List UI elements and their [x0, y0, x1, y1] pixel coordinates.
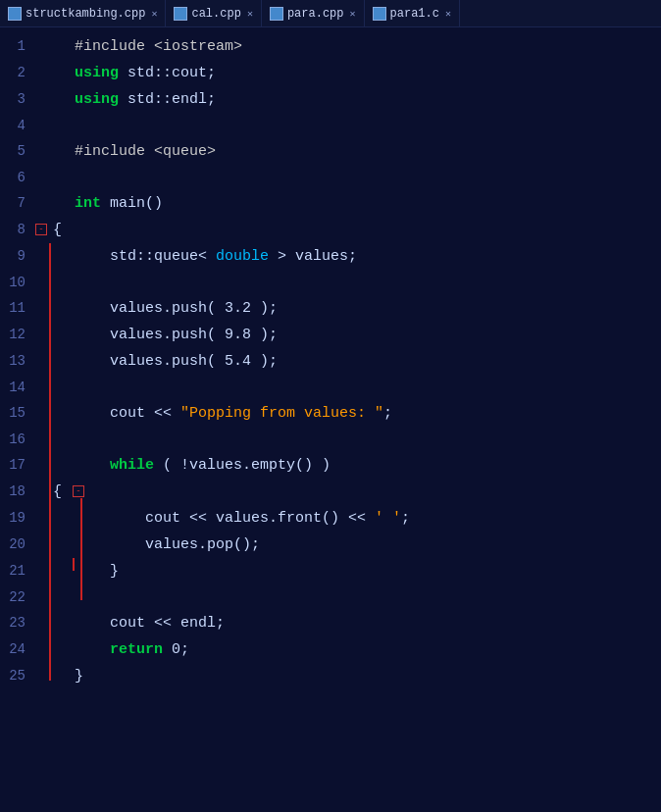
code-line: 16 [0, 427, 661, 452]
tab-close[interactable]: ✕ [350, 8, 356, 20]
code-line: 2 using std::cout; [0, 60, 661, 86]
tab-icon [373, 7, 386, 21]
code-line: 19 cout << values.front() << ' '; [0, 505, 661, 532]
tab-cal[interactable]: cal.cpp ✕ [166, 0, 261, 26]
code-line: 15 cout << "Popping from values: "; [0, 400, 661, 427]
code-line: 25 } [0, 663, 661, 689]
code-line: 18 - { [0, 479, 661, 505]
tab-bar: structkambing.cpp ✕ cal.cpp ✕ para.cpp ✕… [0, 0, 661, 27]
tab-icon [8, 7, 22, 21]
tab-icon [174, 7, 187, 21]
fold-marker-8[interactable]: - [35, 224, 47, 235]
code-line: 12 values.push( 9.8 ); [0, 322, 661, 348]
code-line: 5 #include <queue> [0, 138, 661, 165]
tab-para[interactable]: para.cpp ✕ [262, 0, 365, 26]
code-line: 8 - { [0, 217, 661, 243]
code-line: 20 values.pop(); [0, 532, 661, 558]
tab-close[interactable]: ✕ [247, 8, 253, 20]
code-line: 23 cout << endl; [0, 610, 661, 636]
code-line: 4 [0, 113, 661, 138]
code-line: 21 } [0, 558, 661, 584]
code-line: 7 int main() [0, 190, 661, 217]
code-line: 24 return 0; [0, 636, 661, 663]
tab-label: cal.cpp [191, 7, 240, 21]
tab-structkambing[interactable]: structkambing.cpp ✕ [0, 0, 166, 26]
tab-label: para.cpp [287, 7, 344, 21]
code-line: 9 std::queue< double > values; [0, 243, 661, 270]
tab-para1[interactable]: para1.c ✕ [365, 0, 460, 26]
code-line: 3 using std::endl; [0, 86, 661, 113]
code-line: 1 #include <iostream> [0, 33, 661, 60]
code-line: 17 while ( !values.empty() ) [0, 452, 661, 479]
code-line: 11 values.push( 3.2 ); [0, 295, 661, 322]
tab-icon [270, 7, 283, 21]
code-line: 22 [0, 584, 661, 610]
tab-label: para1.c [390, 7, 439, 21]
code-line: 13 values.push( 5.4 ); [0, 348, 661, 375]
tab-close[interactable]: ✕ [151, 8, 157, 20]
tab-close[interactable]: ✕ [445, 8, 451, 20]
code-area: 1 #include <iostream> 2 using std::cout;… [0, 27, 661, 812]
code-line: 14 [0, 375, 661, 400]
code-line: 10 [0, 270, 661, 295]
fold-marker-18[interactable]: - [73, 485, 84, 497]
tab-label: structkambing.cpp [25, 7, 145, 21]
code-line: 6 [0, 165, 661, 190]
